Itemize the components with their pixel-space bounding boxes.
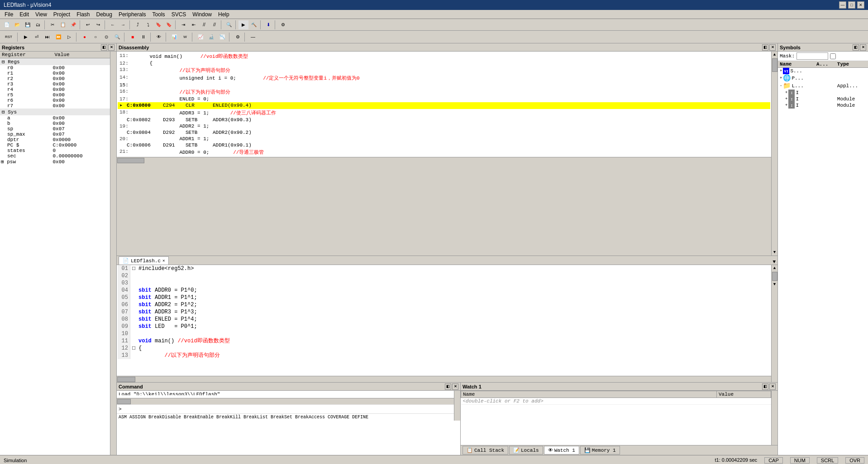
bp3-btn[interactable]: ⊙ bbox=[101, 33, 111, 42]
nav-back-btn[interactable]: ← bbox=[108, 20, 118, 29]
symbols-float-btn[interactable]: ◧ bbox=[853, 44, 859, 51]
sym-p-cell[interactable]: + 🌐 P... bbox=[778, 74, 815, 82]
bookmark4-btn[interactable]: 🔖 bbox=[164, 20, 174, 29]
source-scroll-down[interactable]: ▼ bbox=[772, 281, 777, 288]
disasm-content[interactable]: 11: void main() //void即函数数类型 12: { 13: /… bbox=[117, 52, 771, 157]
mask-input[interactable] bbox=[796, 52, 828, 60]
registers-float-btn[interactable]: ◧ bbox=[101, 44, 107, 51]
extra-btn[interactable]: — bbox=[248, 33, 258, 42]
disasm-scroll-up[interactable]: ▲ bbox=[772, 52, 777, 58]
comment-btn[interactable]: // bbox=[199, 20, 209, 29]
rst-btn[interactable]: RST bbox=[2, 33, 15, 42]
cmd-hscroll-thumb[interactable] bbox=[117, 399, 131, 404]
watch-window-btn[interactable]: W bbox=[180, 33, 190, 42]
rebuild-btn[interactable]: 🔨 bbox=[249, 20, 259, 29]
disasm-float-btn[interactable]: ◧ bbox=[762, 44, 768, 51]
menu-view[interactable]: View bbox=[33, 11, 50, 18]
coverage-btn[interactable]: 📉 bbox=[217, 33, 227, 42]
run-to-cursor-btn[interactable]: ▷ bbox=[64, 33, 74, 42]
menu-file[interactable]: File bbox=[2, 11, 16, 18]
source-scroll-thumb[interactable] bbox=[772, 272, 777, 281]
step-btn[interactable]: ⏎ bbox=[32, 33, 42, 42]
redo-btn[interactable]: ↪ bbox=[93, 20, 103, 29]
command-input[interactable] bbox=[122, 406, 452, 412]
sym-expand-l[interactable]: - bbox=[780, 84, 782, 88]
tab-close-btn[interactable]: ✕ bbox=[162, 258, 165, 263]
run-btn[interactable]: ▶ bbox=[21, 33, 31, 42]
registers-scrollbar[interactable] bbox=[110, 52, 116, 455]
outdent-btn[interactable]: ⇤ bbox=[189, 20, 199, 29]
sym-l-cell[interactable]: - 📁 L... bbox=[778, 82, 815, 90]
cmd-hscrollbar[interactable] bbox=[117, 398, 454, 404]
command-float-btn[interactable]: ◧ bbox=[445, 384, 451, 390]
sym-expand-p[interactable]: + bbox=[780, 76, 782, 80]
menu-svcs[interactable]: SVCS bbox=[169, 11, 189, 18]
source-vscrollbar[interactable]: ▲ ▼ bbox=[771, 265, 777, 382]
menu-project[interactable]: Project bbox=[51, 11, 73, 18]
paste-btn[interactable]: 📌 bbox=[68, 20, 78, 29]
bp2-btn[interactable]: ○ bbox=[91, 33, 100, 42]
nav-fwd-btn[interactable]: → bbox=[118, 20, 128, 29]
sym-i3-cell[interactable]: + I I bbox=[778, 102, 815, 109]
copy-btn[interactable]: 📋 bbox=[58, 20, 68, 29]
bookmark-prev-btn[interactable]: ⤴ bbox=[133, 20, 143, 29]
sym-i1-cell[interactable]: + I I bbox=[778, 90, 815, 96]
sym-expand-s[interactable]: + bbox=[780, 69, 782, 73]
save-btn[interactable]: 💾 bbox=[23, 20, 33, 29]
search-btn[interactable]: 🔍 bbox=[224, 20, 234, 29]
bookmark-next-btn[interactable]: ⤵ bbox=[143, 20, 153, 29]
disasm-scroll-down[interactable]: ▼ bbox=[772, 249, 777, 256]
open-btn[interactable]: 📂 bbox=[12, 20, 22, 29]
tab-memory1[interactable]: 💾 Memory 1 bbox=[580, 446, 620, 455]
sym-expand-i2[interactable]: + bbox=[785, 97, 787, 101]
tab-call-stack[interactable]: 📋 Call Stack bbox=[463, 446, 508, 455]
target-options-btn[interactable]: ⚙ bbox=[278, 20, 288, 29]
tools-btn[interactable]: ⚙ bbox=[233, 33, 243, 42]
stepout-btn[interactable]: ⏩ bbox=[53, 33, 63, 42]
minimize-button[interactable]: — bbox=[839, 1, 846, 9]
source-scroll-up[interactable]: ▲ bbox=[772, 265, 777, 271]
disasm-hscrollbar[interactable] bbox=[117, 157, 771, 163]
watch-vscrollbar[interactable] bbox=[771, 391, 777, 445]
breakpoint-btn[interactable]: ● bbox=[80, 33, 90, 42]
cut-btn[interactable]: ✂ bbox=[48, 20, 57, 29]
undo-btn[interactable]: ↩ bbox=[83, 20, 93, 29]
fold-01[interactable]: □ bbox=[132, 265, 138, 272]
perf-btn[interactable]: 📈 bbox=[196, 33, 205, 42]
save-all-btn[interactable]: 🗂 bbox=[33, 20, 43, 29]
menu-peripherals[interactable]: Peripherals bbox=[116, 11, 149, 18]
reg-group-sys-label[interactable]: ⊟ Sys bbox=[0, 109, 110, 115]
menu-help[interactable]: Help bbox=[215, 11, 232, 18]
disasm-hscroll-thumb[interactable] bbox=[117, 158, 144, 163]
bp4-btn[interactable]: 🔍 bbox=[112, 33, 122, 42]
symbols-close-btn[interactable]: ✕ bbox=[860, 44, 866, 51]
reg-group-regs-label[interactable]: ⊟ Regs bbox=[0, 58, 110, 66]
mask-checkbox[interactable] bbox=[830, 53, 836, 59]
watch-close-btn[interactable]: ✕ bbox=[769, 384, 776, 390]
stepover-btn[interactable]: ⏭ bbox=[43, 33, 52, 42]
new-btn[interactable]: 📄 bbox=[2, 20, 12, 29]
menu-flash[interactable]: Flash bbox=[74, 11, 92, 18]
tab-ledflash[interactable]: 📄 LEDflash.c ✕ bbox=[119, 256, 169, 265]
disasm-scroll-thumb[interactable] bbox=[772, 58, 777, 72]
menu-window[interactable]: Window bbox=[190, 11, 215, 18]
disasm-vscrollbar[interactable]: ▲ ▼ bbox=[771, 52, 777, 256]
sym-s-cell[interactable]: + VI S... bbox=[778, 68, 815, 74]
indent-btn[interactable]: ⇥ bbox=[178, 20, 188, 29]
view-btn[interactable]: 👁 bbox=[154, 33, 164, 42]
sym-expand-i1[interactable]: + bbox=[785, 90, 787, 95]
source-content[interactable]: 01 □ #include<reg52.h> 02 03 bbox=[117, 265, 771, 376]
maximize-button[interactable]: □ bbox=[848, 1, 855, 9]
source-hscroll-thumb[interactable] bbox=[117, 377, 135, 382]
close-button[interactable]: ✕ bbox=[857, 1, 864, 9]
build-btn[interactable]: ▶ bbox=[238, 20, 248, 29]
menu-tools[interactable]: Tools bbox=[150, 11, 168, 18]
pause-btn[interactable]: ⏸ bbox=[138, 33, 148, 42]
sym-i2-cell[interactable]: + I I bbox=[778, 96, 815, 102]
fold-12[interactable]: □ bbox=[132, 345, 138, 352]
source-hscrollbar[interactable] bbox=[117, 376, 771, 382]
uncomment-btn[interactable]: // bbox=[210, 20, 219, 29]
watch-float-btn[interactable]: ◧ bbox=[762, 384, 768, 390]
disasm-close-btn[interactable]: ✕ bbox=[769, 44, 776, 51]
cmd-vscrollbar[interactable] bbox=[454, 391, 460, 421]
